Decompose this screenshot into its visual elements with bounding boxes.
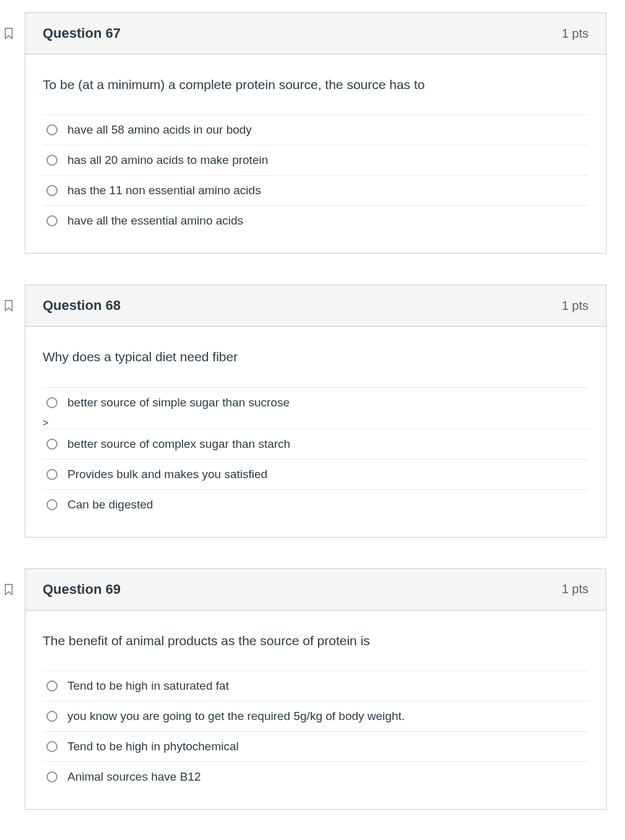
question-body: The benefit of animal products as the so… [25, 611, 606, 809]
answer-radio[interactable] [46, 397, 58, 408]
answer-radio[interactable] [46, 185, 58, 196]
question-header: Question 67 1 pts [25, 13, 606, 54]
question-points: 1 pts [562, 582, 588, 596]
question-points: 1 pts [562, 27, 588, 41]
question-prompt: Why does a typical diet need fiber [43, 348, 588, 366]
answer-radio[interactable] [46, 711, 58, 722]
answer-text: has all 20 amino acids to make protein [67, 153, 268, 167]
answer-text: Animal sources have B12 [67, 770, 200, 784]
answer-option[interactable]: Can be digested [43, 489, 588, 520]
bookmark-button[interactable] [2, 299, 15, 315]
bookmark-icon [2, 299, 15, 312]
question-title: Question 69 [43, 581, 121, 598]
question-points: 1 pts [562, 299, 588, 313]
answer-option[interactable]: Tend to be high in saturated fat [43, 671, 588, 701]
answer-radio[interactable] [46, 215, 58, 226]
question-prompt: The benefit of animal products as the so… [43, 632, 588, 649]
bookmark-icon [2, 583, 15, 596]
answer-text: better source of complex sugar than star… [67, 437, 290, 451]
answer-text: Provides bulk and makes you satisfied [67, 468, 267, 481]
answer-text: have all 58 amino acids in our body [67, 123, 252, 137]
question-card: Question 67 1 pts To be (at a minimum) a… [25, 12, 606, 254]
answer-text: Tend to be high in phytochemical [67, 740, 239, 753]
question-prompt: To be (at a minimum) a complete protein … [43, 75, 588, 93]
answer-text: has the 11 non essential amino acids [67, 184, 261, 197]
answer-text: better source of simple sugar than sucro… [67, 396, 290, 409]
answer-option[interactable]: has the 11 non essential amino acids [43, 175, 588, 205]
answer-option[interactable]: has all 20 amino acids to make protein [43, 145, 588, 175]
answer-radio[interactable] [46, 155, 58, 166]
question-title: Question 68 [43, 298, 121, 314]
answer-option[interactable]: Animal sources have B12 [43, 761, 588, 792]
question-body: Why does a typical diet need fiber bette… [25, 327, 606, 536]
answer-option[interactable]: have all the essential amino acids [43, 205, 588, 236]
answer-radio[interactable] [46, 124, 58, 135]
answer-radio[interactable] [46, 741, 58, 752]
bookmark-button[interactable] [2, 583, 15, 599]
question-header: Question 68 1 pts [25, 285, 606, 327]
bookmark-button[interactable] [2, 27, 15, 43]
answer-radio[interactable] [46, 771, 58, 782]
answer-radio[interactable] [46, 499, 58, 510]
question-card: Question 68 1 pts Why does a typical die… [25, 285, 606, 537]
question-header: Question 69 1 pts [25, 569, 606, 611]
bookmark-icon [2, 27, 15, 40]
answer-text: have all the essential amino acids [67, 214, 243, 228]
question-card: Question 69 1 pts The benefit of animal … [25, 568, 606, 810]
answer-text: you know you are going to get the requir… [67, 709, 405, 723]
answer-radio[interactable] [46, 439, 58, 450]
answer-text: Tend to be high in saturated fat [67, 679, 229, 693]
answer-radio[interactable] [46, 469, 58, 480]
answer-option[interactable]: Tend to be high in phytochemical [43, 731, 588, 761]
question-title: Question 67 [43, 25, 121, 41]
answer-radio[interactable] [46, 680, 58, 692]
quiz-container: Question 67 1 pts To be (at a minimum) a… [0, 0, 625, 822]
answer-option[interactable]: have all 58 amino acids in our body [43, 114, 588, 145]
question-body: To be (at a minimum) a complete protein … [25, 54, 606, 253]
answer-option[interactable]: better source of complex sugar than star… [43, 429, 588, 459]
answer-option[interactable]: you know you are going to get the requir… [43, 701, 588, 731]
answer-option[interactable]: better source of simple sugar than sucro… [43, 387, 588, 418]
answer-option[interactable]: Provides bulk and makes you satisfied [43, 459, 588, 489]
answer-text: Can be digested [67, 498, 153, 512]
